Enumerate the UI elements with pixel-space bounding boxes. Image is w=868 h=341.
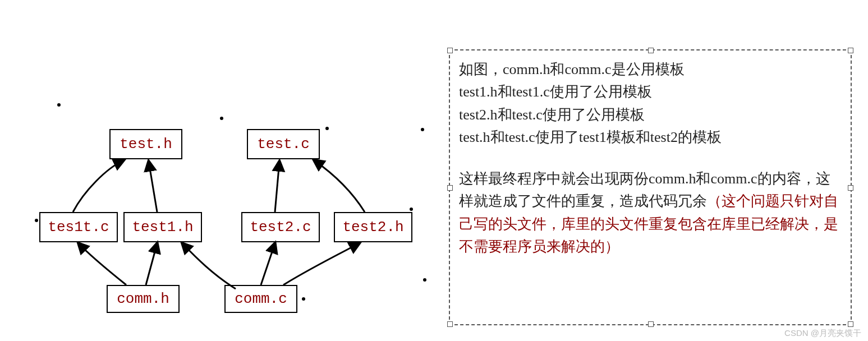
watermark: CSDN @月亮夹馍干	[784, 328, 861, 339]
dependency-arrows	[28, 95, 438, 325]
text-line: test2.h和test.c使用了公用模板	[459, 104, 842, 126]
resize-handle[interactable]	[848, 48, 853, 53]
resize-handle[interactable]	[447, 321, 453, 327]
resize-handle[interactable]	[447, 48, 453, 53]
resize-handle[interactable]	[648, 321, 654, 327]
resize-handle[interactable]	[848, 185, 853, 191]
resize-handle[interactable]	[848, 321, 853, 327]
text-line: 如图，comm.h和comm.c是公用模板	[459, 58, 842, 81]
text-line: test.h和test.c使用了test1模板和test2的模板	[459, 126, 842, 149]
explanation-textbox: 如图，comm.h和comm.c是公用模板 test1.h和test1.c使用了…	[449, 49, 852, 325]
diagram-area: test.h test.c tes1t.c test1.h test2.c te…	[28, 95, 438, 325]
resize-handle[interactable]	[648, 48, 654, 53]
text-line: test1.h和test1.c使用了公用模板	[459, 81, 842, 103]
resize-handle[interactable]	[447, 185, 453, 191]
